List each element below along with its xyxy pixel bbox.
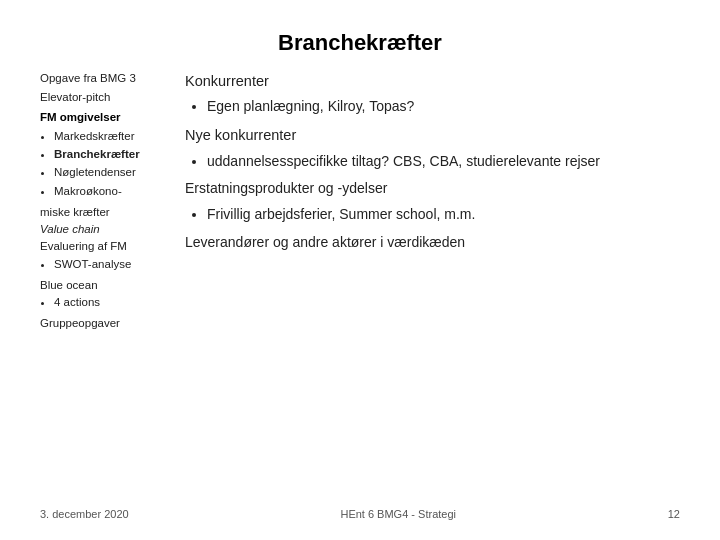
sidebar-evaluering: Evaluering af FM bbox=[40, 238, 175, 255]
sidebar-swot-item: SWOT-analyse bbox=[54, 256, 175, 273]
sidebar-miske: miske kræfter bbox=[40, 204, 175, 221]
slide-container: Branchekræfter Opgave fra BMG 3 Elevator… bbox=[0, 0, 720, 540]
nye-heading: Nye konkurrenter bbox=[185, 124, 680, 146]
sidebar-item-nogletendenser: Nøgletendenser bbox=[54, 164, 175, 181]
footer: 3. december 2020 HEnt 6 BMG4 - Strategi … bbox=[40, 500, 680, 520]
konkurrenter-item1: Egen planlægning, Kilroy, Topas? bbox=[207, 96, 680, 118]
sidebar-blue-ocean: Blue ocean bbox=[40, 277, 175, 294]
sidebar-item-markedskrafter: Markedskræfter bbox=[54, 128, 175, 145]
erstatning-text: Erstatningsprodukter og -ydelser bbox=[185, 178, 680, 200]
sidebar-item-makro: Makroøkono- bbox=[54, 183, 175, 200]
erstatning-item1: Frivillig arbejdsferier, Summer school, … bbox=[207, 204, 680, 226]
sidebar-line3: FM omgivelser bbox=[40, 109, 175, 126]
sidebar-group: Gruppeopgaver bbox=[40, 315, 175, 332]
sidebar-actions-list: 4 actions bbox=[40, 294, 175, 311]
konkurrenter-heading: Konkurrenter bbox=[185, 70, 680, 92]
nye-item1: uddannelsesspecifikke tiltag? CBS, CBA, … bbox=[207, 151, 680, 173]
footer-left: 3. december 2020 bbox=[40, 508, 129, 520]
konkurrenter-list: Egen planlægning, Kilroy, Topas? bbox=[185, 96, 680, 118]
sidebar-actions-item: 4 actions bbox=[54, 294, 175, 311]
footer-center: HEnt 6 BMG4 - Strategi bbox=[129, 508, 668, 520]
sidebar-line1: Opgave fra BMG 3 bbox=[40, 70, 175, 87]
main-content: Konkurrenter Egen planlægning, Kilroy, T… bbox=[185, 70, 680, 500]
sidebar-list: Markedskræfter Branchekræfter Nøgletende… bbox=[40, 128, 175, 200]
sidebar-value-chain: Value chain bbox=[40, 221, 175, 238]
content-area: Opgave fra BMG 3 Elevator-pitch FM omgiv… bbox=[40, 70, 680, 500]
sidebar: Opgave fra BMG 3 Elevator-pitch FM omgiv… bbox=[40, 70, 185, 500]
erstatning-list: Frivillig arbejdsferier, Summer school, … bbox=[185, 204, 680, 226]
sidebar-swot-list: SWOT-analyse bbox=[40, 256, 175, 273]
slide-title: Branchekræfter bbox=[40, 30, 680, 56]
footer-right: 12 bbox=[668, 508, 680, 520]
sidebar-item-branchekrafter: Branchekræfter bbox=[54, 146, 175, 163]
leverandor-text: Leverandører og andre aktører i værdikæd… bbox=[185, 232, 680, 254]
nye-list: uddannelsesspecifikke tiltag? CBS, CBA, … bbox=[185, 151, 680, 173]
sidebar-line2: Elevator-pitch bbox=[40, 89, 175, 106]
